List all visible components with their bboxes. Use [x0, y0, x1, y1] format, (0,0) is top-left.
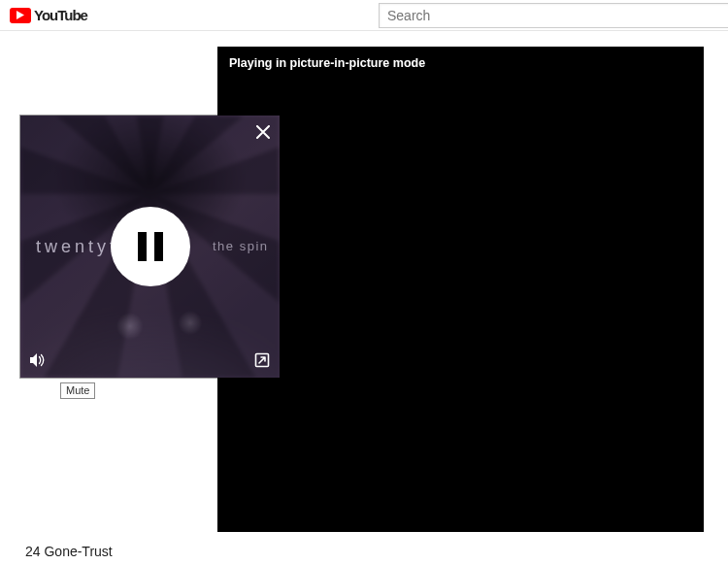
- pause-button[interactable]: [111, 207, 190, 286]
- youtube-play-icon: [10, 8, 31, 23]
- search-input[interactable]: [379, 3, 728, 28]
- pip-window[interactable]: twentyf the spin: [20, 116, 280, 378]
- back-to-tab-button[interactable]: [254, 352, 270, 368]
- volume-button[interactable]: [28, 350, 48, 370]
- main-video-player[interactable]: Playing in picture-in-picture mode: [217, 47, 704, 532]
- expand-icon: [254, 352, 270, 368]
- pip-video-frame-detail: [50, 285, 250, 353]
- top-bar: YouTube: [0, 0, 728, 31]
- mute-tooltip: Mute: [60, 382, 95, 399]
- youtube-logo[interactable]: YouTube: [10, 7, 87, 23]
- close-icon: [256, 125, 270, 139]
- volume-icon: [28, 350, 48, 370]
- album-art-text-right: the spin: [213, 239, 269, 253]
- pause-icon: [138, 232, 163, 261]
- album-art-text-left: twentyf: [36, 237, 118, 257]
- close-pip-button[interactable]: [256, 125, 270, 139]
- youtube-wordmark: YouTube: [34, 7, 87, 23]
- video-title: 24 Gone-Trust: [25, 544, 113, 559]
- search-bar: [379, 0, 728, 31]
- pip-status-message: Playing in picture-in-picture mode: [217, 47, 704, 80]
